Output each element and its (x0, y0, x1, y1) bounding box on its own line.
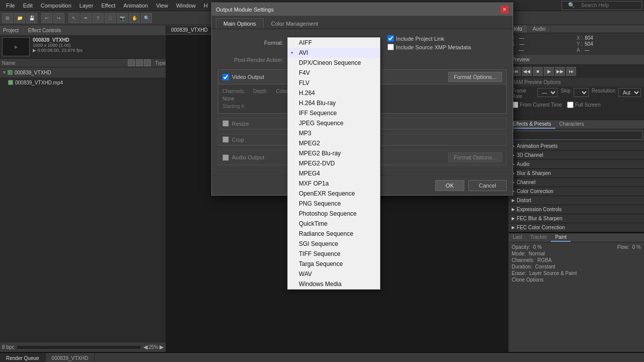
dropdown-item-h264[interactable]: H.264 (288, 88, 380, 98)
depth-label: Depth: (253, 88, 268, 94)
dropdown-item-wav[interactable]: WAV (288, 269, 380, 279)
dropdown-item-iff[interactable]: IFF Sequence (288, 108, 380, 118)
include-source-xmp-checkbox[interactable] (387, 44, 394, 50)
dropdown-item-tiff[interactable]: TIFF Sequence (288, 249, 380, 259)
format-dropdown-container: AVI ▼ AIFF AVI DPX/Cineon Sequence F4V F… (287, 37, 380, 48)
include-project-link-text: Include Project Link (396, 36, 444, 42)
dropdown-item-aiff[interactable]: AIFF (288, 38, 380, 48)
include-source-xmp-label[interactable]: Include Source XMP Metadata (387, 44, 471, 50)
dialog-main-content: Format: AVI ▼ AIFF AVI DPX/Cineon Sequen… (212, 29, 513, 175)
video-output-checkbox[interactable] (222, 74, 229, 80)
channels-label: Channels: (222, 88, 245, 94)
format-checkboxes: Include Project Link Include Source XMP … (387, 35, 471, 50)
starting-label: Starting #: (222, 104, 246, 109)
format-options-button[interactable]: Format Options... (448, 72, 502, 82)
dialog-titlebar: Output Module Settings ✕ (212, 3, 513, 16)
channels-group: Channels: (222, 88, 245, 94)
include-project-link-label[interactable]: Include Project Link (387, 35, 471, 42)
output-module-settings-dialog: Output Module Settings ✕ Main Options Co… (211, 3, 513, 196)
post-render-label: Post-Render Action: (218, 57, 283, 63)
crop-checkbox[interactable] (222, 136, 229, 143)
dropdown-item-mpeg2-bluray[interactable]: MPEG2 Blu-ray (288, 148, 380, 158)
dropdown-item-h264-bluray[interactable]: H.264 Blu-ray (288, 98, 380, 108)
format-dropdown-list: AIFF AVI DPX/Cineon Sequence F4V FLV H.2… (287, 37, 380, 290)
ok-button[interactable]: OK (435, 180, 464, 191)
resize-checkbox[interactable] (222, 120, 229, 127)
include-source-xmp-text: Include Source XMP Metadata (396, 44, 471, 50)
dropdown-item-avi[interactable]: AVI (288, 48, 380, 58)
dropdown-item-f4v[interactable]: F4V (288, 68, 380, 78)
tab-main-options[interactable]: Main Options (216, 18, 264, 29)
cancel-button[interactable]: Cancel (468, 180, 507, 191)
include-project-link-checkbox[interactable] (387, 35, 394, 42)
dropdown-item-photoshop[interactable]: Photoshop Sequence (288, 209, 380, 219)
dropdown-item-mpeg2[interactable]: MPEG2 (288, 138, 380, 148)
crop-label: Crop (232, 137, 244, 143)
dropdown-item-png[interactable]: PNG Sequence (288, 199, 380, 209)
format-label: Format: (218, 40, 283, 46)
dropdown-item-mxf[interactable]: MXF OP1a (288, 178, 380, 189)
dialog-tabs: Main Options Color Management (212, 16, 513, 29)
dropdown-item-targa[interactable]: Targa Sequence (288, 259, 380, 269)
dropdown-item-windows-media[interactable]: Windows Media (288, 279, 380, 289)
audio-output-checkbox[interactable] (222, 154, 229, 161)
video-output-label: Video Output (232, 74, 264, 80)
dialog-close-button[interactable]: ✕ (501, 6, 509, 14)
resize-label: Resize (232, 121, 249, 127)
dropdown-item-mpeg2-dvd[interactable]: MPEG2-DVD (288, 158, 380, 168)
tab-color-management[interactable]: Color Management (264, 18, 326, 29)
dialog-overlay: Output Module Settings ✕ Main Options Co… (0, 0, 644, 362)
dropdown-item-mp3[interactable]: MP3 (288, 128, 380, 138)
audio-format-options-button[interactable]: Format Options... (448, 152, 502, 162)
dropdown-item-jpeg[interactable]: JPEG Sequence (288, 118, 380, 128)
dropdown-item-quicktime[interactable]: QuickTime (288, 219, 380, 229)
dropdown-item-openexr[interactable]: OpenEXR Sequence (288, 189, 380, 199)
dialog-title: Output Module Settings (216, 7, 274, 13)
dropdown-item-dpx[interactable]: DPX/Cineon Sequence (288, 58, 380, 68)
dropdown-item-flv[interactable]: FLV (288, 78, 380, 88)
dropdown-item-sgi[interactable]: SGI Sequence (288, 239, 380, 249)
dropdown-item-mpeg4[interactable]: MPEG4 (288, 168, 380, 178)
format-row: Format: AVI ▼ AIFF AVI DPX/Cineon Sequen… (218, 35, 507, 50)
depth-group: Depth: (253, 88, 268, 94)
audio-output-label: Audio Output (232, 154, 264, 160)
dropdown-item-radiance[interactable]: Radiance Sequence (288, 229, 380, 239)
